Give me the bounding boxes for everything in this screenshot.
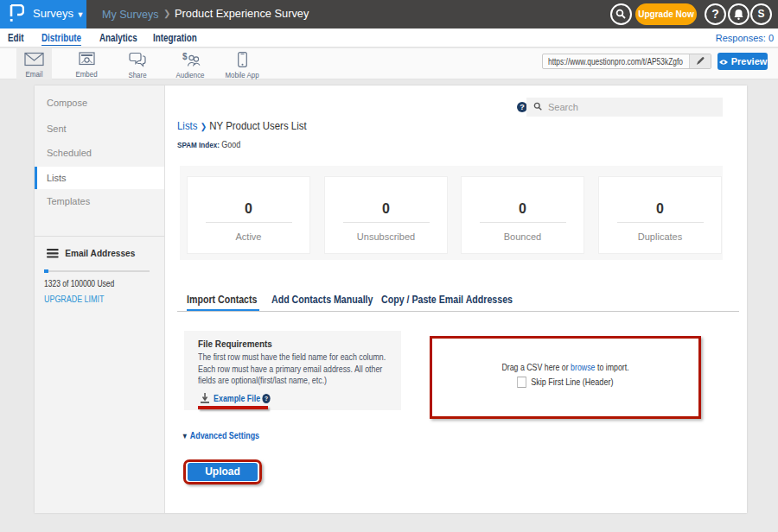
svg-text:$: $ [182,52,188,61]
